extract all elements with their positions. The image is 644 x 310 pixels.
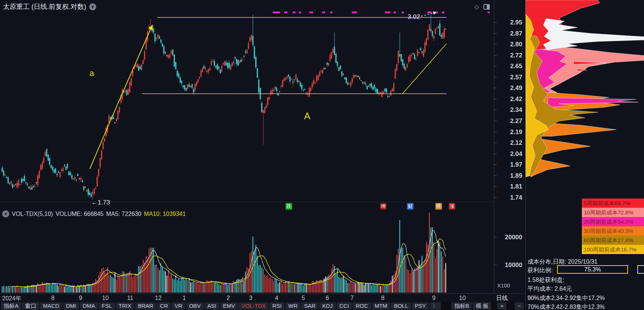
annotation-wave-a: a	[90, 69, 94, 78]
page-title: 太原重工 (日线.前复权.对数)	[3, 2, 86, 11]
volume-ma10-line	[16, 239, 446, 287]
signal-dash	[284, 11, 287, 13]
timeline-label: 10	[102, 295, 109, 301]
axis-tick	[494, 197, 497, 198]
toolbar-item-boll[interactable]: BOLL	[391, 302, 411, 310]
event-marker-增[interactable]: 增	[380, 203, 387, 210]
axis-tick	[494, 164, 497, 165]
high-price-label: 3.02	[408, 13, 420, 20]
price-axis-label: 1.74	[510, 194, 522, 201]
profit-at-price-line: 1.58处获利盘:	[527, 276, 564, 284]
toolbar-item-sar[interactable]: SAR	[301, 302, 318, 310]
toolbar-item-indicator-b[interactable]: 指标B	[451, 302, 472, 310]
timeline-label: 1	[183, 295, 186, 301]
price-axis-label: 2.27	[510, 117, 522, 125]
signal-dash	[385, 11, 390, 13]
volume-value: VOLUME: 666845	[55, 211, 104, 217]
toolbar-item-trix[interactable]: TRIX	[116, 302, 134, 310]
price-axis-label: 2.65	[510, 63, 522, 70]
signal-dash	[273, 11, 280, 13]
price-axis: X100 2.952.872.802.722.652.572.492.422.3…	[494, 0, 525, 293]
toolbar-item-zoom-out[interactable]: −	[515, 302, 524, 310]
toolbar-item-roc[interactable]: ROC	[353, 302, 371, 310]
signal-dash	[330, 11, 333, 13]
profit-ratio-label: 获利比例:	[527, 267, 553, 274]
cost-90-line: 90%成本2.34-2.92集中17.2%	[527, 294, 605, 302]
timeline-label: 5	[302, 295, 305, 301]
cost-distribution-panel: 成本分布,日期: 2025/10/31 获利比例: 75.3% 1.58处获利盘…	[525, 0, 644, 310]
toolbar-item-vol-tdx[interactable]: VOL-TDX	[239, 302, 269, 310]
toolbar-item-dma[interactable]: DMA	[80, 302, 98, 310]
volume-unit-label: X100	[497, 282, 510, 289]
toolbar-item-指标a[interactable]: 指标A	[1, 302, 21, 310]
axis-tick	[494, 77, 497, 77]
toolbar-item-cci[interactable]: CCI	[337, 302, 352, 310]
timeline-label: 2024年	[2, 295, 21, 303]
toolbar-item-vr[interactable]: VR	[172, 302, 185, 310]
cost-legend-row: 5周期前成本89.7%	[582, 199, 644, 208]
axis-tick	[494, 143, 497, 143]
price-axis-label: 2.04	[510, 150, 522, 158]
candlestick-chart[interactable]: aA3.02←1.73	[0, 0, 494, 293]
axis-tick	[494, 55, 497, 56]
event-marker-涨[interactable]: 涨	[449, 203, 455, 210]
toolbar-item-psy[interactable]: PSY	[412, 302, 429, 310]
signal-dash	[488, 11, 490, 13]
event-marker-跌[interactable]: 跌	[286, 203, 292, 210]
timeline-label: 12	[155, 295, 162, 301]
price-axis-label: 2.12	[510, 139, 522, 147]
toolbar-item-rsi[interactable]: RSI	[269, 302, 284, 310]
diamond-icon[interactable]: ◇	[474, 3, 479, 11]
price-axis-label: 2.87	[510, 30, 522, 37]
price-axis-label: 1.81	[510, 183, 522, 190]
toolbar-item-窗口[interactable]: 窗口	[22, 302, 39, 310]
timeline-label: 9	[79, 295, 82, 301]
timeline-axis[interactable]: 2024年8910111212345678910	[0, 293, 525, 302]
toolbar-item-macd[interactable]: MACD	[40, 302, 62, 310]
toolbar-item-zoom-in[interactable]: +	[497, 302, 506, 310]
cost-legend-row: 20周期前成本54.2%	[582, 217, 644, 226]
volume-axis-label: 20000	[505, 234, 522, 241]
toolbar-item-〉[interactable]: 〉	[429, 302, 441, 310]
profit-ratio-box-fragment	[637, 265, 644, 274]
toolbar-item-dmi[interactable]: DMI	[63, 302, 79, 310]
price-axis-label: 2.80	[510, 41, 522, 48]
signal-dash	[436, 11, 438, 13]
annotation-wave-A: A	[304, 111, 310, 121]
toolbar-item-kdj[interactable]: KDJ	[319, 302, 336, 310]
toolbar-item-cr[interactable]: CR	[157, 302, 171, 310]
toolbar-item-wr[interactable]: WR	[285, 302, 300, 310]
axis-tick	[494, 66, 497, 66]
axis-tick	[494, 186, 497, 187]
toolbar-item-asi[interactable]: ASI	[205, 302, 219, 310]
axis-tick	[494, 132, 497, 132]
period-label[interactable]: 日线	[496, 294, 508, 302]
signal-dash	[427, 11, 432, 13]
axis-tick	[494, 33, 497, 34]
signal-dash	[394, 11, 396, 13]
signal-dash	[309, 11, 313, 13]
toolbar-item-brar[interactable]: BRAR	[135, 302, 156, 310]
event-marker-财[interactable]: 财	[407, 203, 414, 210]
timeline-label: 9	[432, 295, 436, 301]
panel-layout-icon[interactable]	[483, 4, 490, 10]
price-axis-label: 1.97	[510, 161, 522, 169]
signal-dash	[322, 11, 325, 13]
timeline-label: 4	[275, 295, 279, 301]
volume-indicator-label: VOL-TDX(5,10)	[12, 211, 53, 217]
event-marker-榜[interactable]: 榜	[435, 203, 442, 210]
toolbar-item-mtm[interactable]: MTM	[372, 302, 390, 310]
toolbar-item-emv[interactable]: EMV	[220, 302, 238, 310]
axis-tick	[494, 176, 497, 176]
chevron-down-icon[interactable]: ∨	[2, 210, 9, 217]
toolbar-item-obv[interactable]: OBV	[186, 302, 204, 310]
timeline-label: 10	[459, 295, 466, 301]
chevron-down-icon[interactable]: ∨	[89, 3, 96, 10]
cost-legend-row: 30周期前成本40.3%	[582, 226, 644, 236]
chart-title-bar: 太原重工 (日线.前复权.对数) ∨	[3, 2, 96, 11]
timeline-label: 3	[249, 295, 253, 301]
price-axis-label: 2.19	[510, 129, 522, 136]
toolbar-item-fsl[interactable]: FSL	[99, 302, 115, 310]
ma5-value: MA5: 722630	[106, 211, 141, 217]
toolbar-item-template[interactable]: 模 板	[473, 302, 491, 310]
